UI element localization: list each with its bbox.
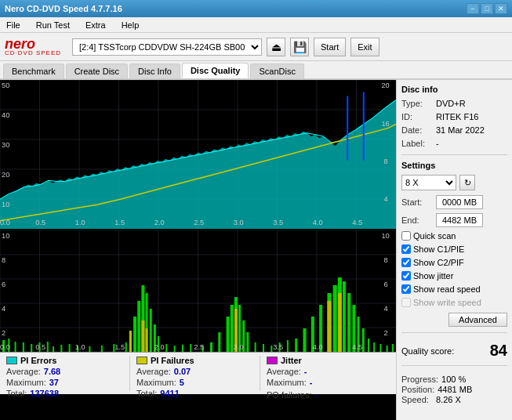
- svg-text:40: 40: [2, 111, 9, 119]
- quick-scan-label: Quick scan: [413, 231, 456, 241]
- svg-text:2.5: 2.5: [194, 219, 204, 226]
- svg-rect-60: [23, 342, 24, 352]
- svg-rect-85: [210, 342, 212, 352]
- svg-rect-61: [31, 344, 32, 352]
- show-jitter-label: Show jitter: [413, 271, 453, 281]
- tab-scan-disc[interactable]: ScanDisc: [250, 63, 303, 78]
- svg-text:3.5: 3.5: [273, 343, 283, 351]
- logo: nero CD·DVD SPEED: [5, 37, 61, 56]
- start-mb-label: Start:: [401, 197, 433, 207]
- svg-rect-119: [327, 301, 331, 352]
- show-write-speed-label: Show write speed: [413, 298, 481, 307]
- show-read-speed-checkbox[interactable]: [401, 284, 411, 294]
- id-value: RITEK F16: [436, 112, 478, 121]
- svg-text:3.5: 3.5: [273, 219, 283, 226]
- svg-rect-86: [218, 332, 220, 352]
- pi-failures-total-label: Total:: [136, 389, 157, 398]
- svg-rect-81: [174, 346, 176, 352]
- svg-text:1.5: 1.5: [114, 343, 125, 351]
- svg-rect-80: [165, 344, 167, 352]
- pi-failures-color: [136, 357, 147, 364]
- pi-failures-total-value: 9411: [160, 389, 179, 398]
- progress-label: Progress:: [401, 375, 438, 384]
- minimize-button[interactable]: −: [467, 3, 479, 14]
- tab-create-disc[interactable]: Create Disc: [66, 63, 128, 78]
- show-c2-pif-checkbox[interactable]: [401, 258, 411, 267]
- svg-rect-69: [101, 346, 103, 352]
- pi-errors-total-value: 137638: [30, 389, 59, 398]
- speed-settings-row: 8 X ↻: [401, 175, 507, 190]
- svg-text:20: 20: [381, 81, 389, 89]
- jitter-max-label: Maximum:: [267, 378, 307, 387]
- pi-failures-title: PI Failures: [151, 356, 194, 365]
- eject-icon-button[interactable]: ⏏: [267, 38, 285, 56]
- svg-text:2: 2: [384, 329, 388, 337]
- show-c1-pie-checkbox[interactable]: [401, 244, 411, 254]
- svg-text:3.0: 3.0: [234, 219, 244, 226]
- close-button[interactable]: ✕: [495, 3, 507, 14]
- svg-text:2.0: 2.0: [154, 219, 165, 226]
- svg-text:16: 16: [381, 120, 389, 128]
- settings-title: Settings: [401, 161, 507, 170]
- quality-score-label: Quality score:: [401, 346, 454, 356]
- pi-failures-avg-label: Average:: [136, 367, 171, 376]
- tab-benchmark[interactable]: Benchmark: [3, 63, 64, 78]
- advanced-button[interactable]: Advanced: [448, 313, 507, 327]
- disc-info-title: Disc info: [401, 85, 507, 94]
- svg-rect-92: [246, 332, 249, 352]
- app-title: Nero CD-DVD Speed 4.7.7.16: [5, 4, 122, 13]
- svg-text:50: 50: [2, 81, 9, 89]
- start-mb-input[interactable]: [436, 195, 483, 209]
- end-mb-label: End:: [401, 215, 433, 225]
- menu-run-test[interactable]: Run Test: [33, 19, 73, 31]
- upper-chart: 50 40 30 20 10 20 16 8 4 0.0 0.5 1.0 1.5…: [0, 80, 396, 229]
- date-value: 31 Mar 2022: [436, 125, 485, 135]
- show-jitter-checkbox[interactable]: [401, 271, 411, 281]
- show-c2-pif-label: Show C2/PIF: [413, 258, 464, 267]
- id-label: ID:: [401, 112, 433, 121]
- date-label: Date:: [401, 125, 433, 135]
- start-button[interactable]: Start: [314, 38, 346, 56]
- svg-text:0.0: 0.0: [0, 343, 10, 351]
- jitter-avg-value: -: [304, 367, 307, 376]
- tab-disc-info[interactable]: Disc Info: [129, 63, 180, 78]
- menu-help[interactable]: Help: [118, 19, 143, 31]
- svg-rect-113: [387, 346, 388, 352]
- svg-rect-87: [227, 317, 230, 352]
- menu-file[interactable]: File: [3, 19, 24, 31]
- show-write-speed-row: Show write speed: [401, 298, 507, 307]
- show-c1-pie-row: Show C1/PIE: [401, 244, 507, 254]
- svg-text:4: 4: [384, 305, 388, 313]
- svg-text:20: 20: [2, 171, 9, 179]
- pi-failures-max-label: Maximum:: [136, 378, 176, 387]
- pi-errors-avg-value: 7.68: [44, 367, 60, 376]
- svg-rect-106: [347, 293, 350, 352]
- maximize-button[interactable]: □: [481, 3, 493, 14]
- drive-select[interactable]: [2:4] TSSTcorp CDDVDW SH-224GB SB00: [72, 38, 262, 56]
- pi-errors-color: [6, 357, 17, 364]
- svg-text:3.0: 3.0: [234, 343, 244, 351]
- save-icon-button[interactable]: 💾: [290, 38, 309, 56]
- svg-rect-114: [392, 344, 394, 352]
- pi-errors-title: PI Errors: [20, 356, 56, 365]
- menu-extra[interactable]: Extra: [82, 19, 109, 31]
- window-controls: − □ ✕: [467, 3, 507, 14]
- speed-select[interactable]: 8 X: [401, 175, 456, 190]
- refresh-icon-button[interactable]: ↻: [459, 175, 475, 190]
- show-c2-pif-row: Show C2/PIF: [401, 258, 507, 267]
- svg-rect-103: [333, 285, 337, 352]
- svg-text:4: 4: [384, 195, 388, 203]
- right-panel: Disc info Type: DVD+R ID: RITEK F16 Date…: [396, 80, 512, 420]
- quick-scan-checkbox[interactable]: [401, 231, 411, 241]
- svg-rect-95: [271, 346, 272, 352]
- po-failures-label: PO failures:: [267, 390, 311, 400]
- svg-rect-99: [303, 328, 306, 352]
- pi-errors-max-label: Maximum:: [6, 378, 46, 387]
- exit-button[interactable]: Exit: [350, 38, 379, 56]
- end-mb-input[interactable]: [436, 213, 483, 227]
- progress-section: Progress: 100 % Position: 4481 MB Speed:…: [401, 375, 507, 405]
- quick-scan-row: Quick scan: [401, 231, 507, 241]
- tab-disc-quality[interactable]: Disc Quality: [182, 63, 249, 78]
- svg-text:4.0: 4.0: [313, 219, 323, 226]
- svg-rect-98: [295, 339, 297, 352]
